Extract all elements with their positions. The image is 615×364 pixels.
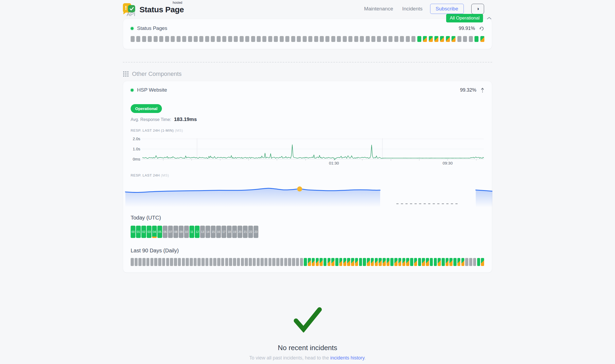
uptime-bar[interactable]: [240, 36, 244, 42]
uptime-bar[interactable]: [446, 36, 450, 42]
uptime-bar[interactable]: [406, 36, 410, 42]
incidents-history-link[interactable]: incidents history: [330, 355, 364, 361]
uptime-bar[interactable]: [434, 36, 438, 42]
hour-block-02[interactable]: 02: [141, 226, 146, 238]
day-uptime-bar[interactable]: [430, 258, 433, 266]
day-uptime-bar[interactable]: [182, 258, 185, 266]
day-uptime-bar[interactable]: [328, 258, 331, 266]
uptime-bar[interactable]: [388, 36, 392, 42]
theme-toggle-button[interactable]: ◑: [471, 4, 484, 14]
uptime-bar[interactable]: [320, 36, 324, 42]
uptime-bar[interactable]: [280, 36, 284, 42]
hour-block-23[interactable]: 23: [254, 226, 258, 238]
day-uptime-bar[interactable]: [272, 258, 275, 266]
day-uptime-bar[interactable]: [383, 258, 386, 266]
hour-block-06[interactable]: 06: [163, 226, 168, 238]
day-uptime-bar[interactable]: [131, 258, 134, 266]
uptime-bar[interactable]: [262, 36, 266, 42]
day-uptime-bar[interactable]: [387, 258, 390, 266]
uptime-bar[interactable]: [205, 36, 209, 42]
uptime-bar[interactable]: [308, 36, 312, 42]
day-uptime-bar[interactable]: [257, 258, 260, 266]
hour-block-07[interactable]: 07: [168, 226, 173, 238]
uptime-bar[interactable]: [148, 36, 152, 42]
hour-block-05[interactable]: 05: [157, 226, 162, 238]
day-uptime-bar[interactable]: [217, 258, 220, 266]
day-uptime-bar[interactable]: [363, 258, 366, 266]
day-uptime-bar[interactable]: [312, 258, 315, 266]
day-uptime-bar[interactable]: [221, 258, 224, 266]
day-uptime-bar[interactable]: [473, 258, 476, 266]
day-uptime-bar[interactable]: [481, 258, 484, 266]
hour-block-17[interactable]: 17: [221, 226, 226, 238]
day-uptime-bar[interactable]: [138, 258, 142, 266]
uptime-bar[interactable]: [400, 36, 404, 42]
day-uptime-bar[interactable]: [304, 258, 307, 266]
uptime-bar[interactable]: [423, 36, 427, 42]
day-uptime-bar[interactable]: [135, 258, 138, 266]
day-uptime-bar[interactable]: [260, 258, 264, 266]
uptime-bar[interactable]: [222, 36, 226, 42]
day-uptime-bar[interactable]: [426, 258, 429, 266]
day-uptime-bar[interactable]: [359, 258, 362, 266]
uptime-bar[interactable]: [159, 36, 163, 42]
day-uptime-bar[interactable]: [142, 258, 146, 266]
uptime-bar[interactable]: [171, 36, 175, 42]
refresh-icon[interactable]: [479, 26, 484, 31]
day-uptime-bar[interactable]: [461, 258, 465, 266]
uptime-bar[interactable]: [182, 36, 186, 42]
brand[interactable]: ! hosted Status Page: [123, 3, 184, 15]
day-uptime-bar[interactable]: [292, 258, 295, 266]
day-uptime-bar[interactable]: [465, 258, 468, 266]
hour-block-04[interactable]: 04: [152, 226, 157, 238]
day-uptime-bar[interactable]: [339, 258, 342, 266]
day-uptime-bar[interactable]: [268, 258, 272, 266]
component-name[interactable]: Status Pages: [137, 25, 167, 31]
uptime-bar[interactable]: [337, 36, 341, 42]
day-uptime-bar[interactable]: [162, 258, 165, 266]
uptime-bar[interactable]: [142, 36, 146, 42]
uptime-bar[interactable]: [257, 36, 261, 42]
day-uptime-bar[interactable]: [453, 258, 457, 266]
day-uptime-bar[interactable]: [194, 258, 197, 266]
uptime-bar[interactable]: [457, 36, 461, 42]
day-uptime-bar[interactable]: [174, 258, 177, 266]
day-uptime-bar[interactable]: [158, 258, 161, 266]
uptime-bar[interactable]: [451, 36, 456, 42]
day-uptime-bar[interactable]: [367, 258, 370, 266]
day-uptime-bar[interactable]: [146, 258, 150, 266]
day-uptime-bar[interactable]: [394, 258, 398, 266]
day-uptime-bar[interactable]: [213, 258, 216, 266]
uptime-bar[interactable]: [354, 36, 358, 42]
day-uptime-bar[interactable]: [186, 258, 189, 266]
subscribe-button[interactable]: Subscribe: [430, 4, 464, 14]
day-uptime-bar[interactable]: [324, 258, 327, 266]
nav-link-maintenance[interactable]: Maintenance: [364, 6, 393, 12]
uptime-bar[interactable]: [417, 36, 421, 42]
day-uptime-bar[interactable]: [442, 258, 445, 266]
uptime-bar[interactable]: [291, 36, 295, 42]
component-name[interactable]: HSP Website: [137, 87, 167, 93]
uptime-bar[interactable]: [377, 36, 381, 42]
uptime-bar[interactable]: [429, 36, 433, 42]
uptime-bar[interactable]: [217, 36, 221, 42]
day-uptime-bar[interactable]: [225, 258, 228, 266]
day-uptime-bar[interactable]: [469, 258, 472, 266]
uptime-bar[interactable]: [274, 36, 278, 42]
day-uptime-bar[interactable]: [355, 258, 358, 266]
day-uptime-bar[interactable]: [406, 258, 409, 266]
day-uptime-bar[interactable]: [434, 258, 437, 266]
uptime-bar[interactable]: [234, 36, 238, 42]
uptime-bar[interactable]: [314, 36, 318, 42]
uptime-bar[interactable]: [371, 36, 375, 42]
day-uptime-bar[interactable]: [264, 258, 268, 266]
uptime-bar[interactable]: [251, 36, 255, 42]
hour-block-10[interactable]: 10: [184, 226, 189, 238]
day-uptime-bar[interactable]: [205, 258, 209, 266]
uptime-bar[interactable]: [245, 36, 249, 42]
day-uptime-bar[interactable]: [477, 258, 480, 266]
hour-block-22[interactable]: 22: [248, 226, 253, 238]
day-uptime-bar[interactable]: [170, 258, 173, 266]
day-uptime-bar[interactable]: [284, 258, 287, 266]
day-uptime-bar[interactable]: [449, 258, 453, 266]
